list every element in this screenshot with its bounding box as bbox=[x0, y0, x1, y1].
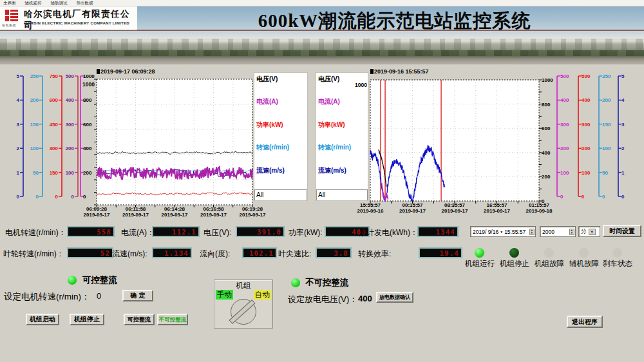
legend-item-电压(V)[interactable]: 电压(V) bbox=[256, 75, 305, 83]
logo-caption: 哈电集团 bbox=[2, 23, 21, 27]
svg-text:2019-09-17: 2019-09-17 bbox=[84, 212, 110, 218]
interval-spinner[interactable]: ▲▼ bbox=[569, 229, 574, 235]
current-label: 电流(A)： bbox=[121, 227, 155, 238]
tip-speed-ratio-label: 叶尖速比: bbox=[278, 249, 311, 260]
svg-text:450: 450 bbox=[50, 122, 59, 128]
legend-item-功率(kW)[interactable]: 功率(kW) bbox=[256, 121, 305, 129]
uncontrolled-rect-button[interactable]: 不可控整流 bbox=[157, 314, 188, 325]
svg-text:15:55:57: 15:55:57 bbox=[360, 202, 381, 208]
uncontrolled-rect-light bbox=[291, 278, 300, 287]
menu-bar: 主界面 辅机监控 辅助调试 导出数据 bbox=[0, 0, 644, 6]
flow-direction-label: 流向(度): bbox=[200, 249, 230, 260]
menu-item-aux-monitor[interactable]: 辅机监控 bbox=[25, 0, 42, 6]
svg-text:400: 400 bbox=[83, 146, 92, 151]
company-name-cn: 哈尔滨电机厂有限责任公司 bbox=[24, 8, 137, 32]
svg-text:1000: 1000 bbox=[355, 82, 367, 88]
svg-text:0: 0 bbox=[602, 194, 605, 200]
svg-text:250: 250 bbox=[602, 73, 611, 79]
controlled-rect-light bbox=[68, 276, 77, 285]
svg-text:06:16:58: 06:16:58 bbox=[203, 206, 224, 212]
svg-text:0: 0 bbox=[83, 194, 86, 200]
svg-text:200: 200 bbox=[66, 146, 75, 151]
svg-text:0: 0 bbox=[36, 194, 39, 200]
svg-text:16:55:57: 16:55:57 bbox=[486, 202, 507, 208]
svg-text:2019-09-17: 2019-09-17 bbox=[200, 212, 227, 218]
auto-mode-tag[interactable]: 自动 bbox=[254, 290, 271, 300]
date-dropdown-icon[interactable]: ▼ bbox=[500, 230, 503, 234]
menu-item-main[interactable]: 主界面 bbox=[3, 0, 16, 6]
energy-total-display: 1344 bbox=[417, 226, 459, 237]
svg-text:2: 2 bbox=[621, 146, 625, 151]
status-light-label: 刹车状态 bbox=[600, 259, 636, 269]
svg-text:2019-09-17: 2019-09-17 bbox=[162, 212, 188, 218]
tree-band bbox=[0, 50, 644, 56]
rotor-speed-label: 叶轮转速(r/min)： bbox=[3, 249, 64, 260]
status-light-label: 机组运行 bbox=[462, 259, 498, 269]
svg-text:100: 100 bbox=[582, 170, 591, 176]
svg-text:2019-09-17: 2019-09-17 bbox=[442, 208, 468, 214]
svg-text:100: 100 bbox=[30, 146, 39, 151]
tip-speed-ratio-display: 3.8 bbox=[316, 247, 352, 258]
legend-item-电流(A)[interactable]: 电流(A) bbox=[256, 98, 305, 106]
company-name-en: HARBIN ELECTRIC MACHINERY COMPANY LIMITE… bbox=[24, 21, 129, 25]
manual-mode-tag[interactable]: 手动 bbox=[216, 290, 233, 300]
svg-text:2019-09-17: 2019-09-17 bbox=[399, 208, 426, 214]
svg-text:100: 100 bbox=[560, 170, 569, 176]
unit-start-button[interactable]: 机组启动 bbox=[26, 314, 59, 325]
discharge-confirm-button[interactable]: 放电数据确认 bbox=[376, 292, 413, 303]
svg-text:150: 150 bbox=[30, 122, 39, 128]
svg-text:800: 800 bbox=[83, 97, 92, 103]
energy-total-label: 累计发电(kWh)： bbox=[359, 227, 418, 238]
svg-text:400: 400 bbox=[66, 97, 75, 103]
svg-text:0: 0 bbox=[17, 194, 20, 200]
svg-text:100: 100 bbox=[66, 170, 75, 176]
svg-text:2019-09-17: 2019-09-17 bbox=[484, 208, 510, 214]
flow-direction-display: 102.1 bbox=[242, 247, 277, 258]
menu-item-export[interactable]: 导出数据 bbox=[77, 0, 93, 6]
time-spinner[interactable]: ▲▼ bbox=[529, 229, 535, 235]
svg-text:200: 200 bbox=[542, 174, 551, 180]
svg-text:5: 5 bbox=[621, 73, 625, 79]
svg-text:50: 50 bbox=[602, 170, 608, 176]
efficiency-label: 转换效率: bbox=[358, 249, 391, 260]
svg-text:06:19:28: 06:19:28 bbox=[242, 206, 263, 212]
menu-item-aux-debug[interactable]: 辅助调试 bbox=[51, 0, 68, 6]
unit-stop-button[interactable]: 机组停止 bbox=[70, 314, 104, 325]
legend-item-All[interactable]: All bbox=[254, 189, 307, 200]
exit-program-button[interactable]: 退出程序 bbox=[567, 316, 603, 328]
interval-unit-select[interactable]: 分 ▼ bbox=[578, 226, 600, 237]
interval-input[interactable]: 2000 ▲▼ bbox=[540, 226, 576, 237]
chart-cursor-timestamp: 2019-09-16 15:55:57 bbox=[374, 68, 429, 75]
voltage-display: 391.0 bbox=[236, 226, 285, 237]
datetime-picker[interactable]: 2019/ 9/16 ▼ 15:55:57 ▲▼ bbox=[470, 226, 536, 237]
svg-text:0: 0 bbox=[71, 194, 75, 200]
flow-speed-display: 1.134 bbox=[152, 247, 192, 258]
svg-text:750: 750 bbox=[50, 73, 59, 79]
svg-text:2019-09-17: 2019-09-17 bbox=[240, 212, 266, 218]
set-motor-speed-value[interactable]: 0 bbox=[97, 291, 101, 301]
banner: 600kW潮流能示范电站监控系统 哈电集团 哈尔滨电机厂有限责任公司 HARBI… bbox=[0, 6, 644, 64]
set-time-button[interactable]: 时间设置 bbox=[603, 225, 641, 237]
unit-dropdown-icon[interactable]: ▼ bbox=[589, 229, 596, 235]
svg-text:4: 4 bbox=[621, 97, 625, 103]
legend-item-转速(r/min)[interactable]: 转速(r/min) bbox=[256, 144, 305, 151]
controlled-rect-button[interactable]: 可控整流 bbox=[124, 314, 155, 325]
confirm-button[interactable]: 确 定 bbox=[122, 290, 153, 301]
legend-item-流速(m/s)[interactable]: 流速(m/s) bbox=[256, 167, 305, 175]
svg-text:0: 0 bbox=[621, 194, 625, 200]
svg-text:5: 5 bbox=[17, 73, 20, 79]
svg-text:300: 300 bbox=[582, 122, 591, 128]
svg-text:2019-09-18: 2019-09-18 bbox=[526, 208, 553, 214]
svg-text:2019-09-17: 2019-09-17 bbox=[122, 212, 149, 218]
right-chart-plot: 0200400600800100010000100200300400500010… bbox=[355, 68, 625, 214]
set-discharge-value[interactable]: 400 bbox=[358, 294, 372, 303]
svg-text:1000: 1000 bbox=[542, 77, 553, 83]
svg-text:06:09:28: 06:09:28 bbox=[86, 206, 108, 212]
svg-text:400: 400 bbox=[542, 150, 551, 156]
svg-text:500: 500 bbox=[560, 73, 569, 79]
svg-text:150: 150 bbox=[602, 122, 611, 128]
power-label: 功率(kW): bbox=[289, 227, 323, 238]
svg-text:0: 0 bbox=[560, 194, 564, 200]
svg-text:150: 150 bbox=[50, 170, 59, 176]
left-chart-plot: 1000012345050100150200250015030045060075… bbox=[17, 68, 266, 218]
